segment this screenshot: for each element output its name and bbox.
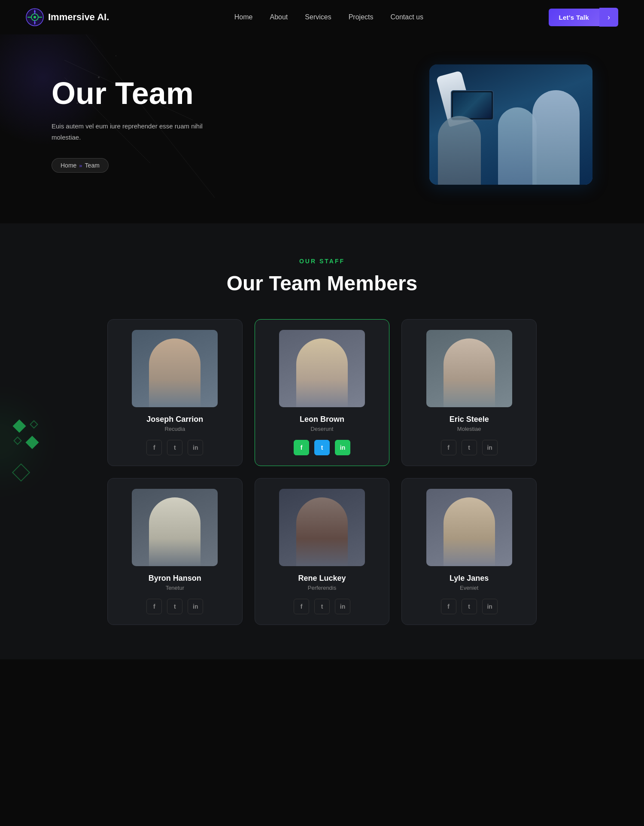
twitter-icon: t [174, 444, 176, 451]
person2-figure [498, 107, 537, 185]
nav-item-contact[interactable]: Contact us [390, 13, 423, 21]
nav-link-services[interactable]: Services [305, 13, 331, 21]
member-photo-joseph [132, 330, 218, 407]
team-card-lyle: Lyle Janes Eveniet f t in [401, 478, 537, 625]
hero-title: Our Team [52, 76, 215, 110]
social-icons-leon: f t in [294, 440, 350, 455]
team-card-leon: Leon Brown Deserunt f t in [255, 319, 390, 466]
member-role-joseph: Recudia [164, 426, 185, 432]
member-name-rene: Rene Luckey [298, 574, 346, 583]
team-card-eric: Eric Steele Molestiae f t in [401, 319, 537, 466]
facebook-icon: f [153, 444, 155, 451]
linkedin-btn-byron[interactable]: in [188, 599, 203, 614]
svg-point-8 [34, 22, 36, 24]
nav-item-projects[interactable]: Projects [349, 13, 374, 21]
svg-point-14 [115, 55, 116, 56]
twitter-btn-joseph[interactable]: t [167, 440, 182, 455]
facebook-btn-lyle[interactable]: f [441, 599, 456, 614]
linkedin-icon-lyle: in [487, 603, 492, 610]
nav-links: Home About Services Projects Contact us [234, 13, 423, 21]
social-icons-joseph: f t in [146, 440, 203, 455]
diamond-2 [30, 420, 38, 429]
social-icons-rene: f t in [294, 599, 350, 614]
photo-placeholder-lyle [426, 489, 512, 566]
twitter-btn-eric[interactable]: t [462, 440, 477, 455]
facebook-icon-lyle: f [447, 603, 450, 610]
monitor-screen [453, 92, 492, 118]
twitter-icon-rene: t [321, 603, 323, 610]
linkedin-icon-eric: in [487, 444, 492, 451]
linkedin-icon: in [193, 444, 198, 451]
cta-arrow-button[interactable]: › [599, 8, 618, 27]
member-role-lyle: Eveniet [460, 585, 478, 591]
nav-link-contact[interactable]: Contact us [390, 13, 423, 21]
member-photo-rene [279, 489, 365, 566]
photo-placeholder-eric [426, 330, 512, 407]
linkedin-btn-leon[interactable]: in [335, 440, 350, 455]
team-section: OUR STAFF Our Team Members Joseph Carrio… [0, 223, 644, 659]
twitter-icon-byron: t [174, 603, 176, 610]
team-card-joseph: Joseph Carrion Recudia f t in [107, 319, 243, 466]
facebook-btn-byron[interactable]: f [146, 599, 162, 614]
diamond-decorations [13, 420, 39, 481]
hero-content: Our Team Euis autem vel eum iure reprehe… [52, 76, 215, 173]
linkedin-btn-lyle[interactable]: in [482, 599, 498, 614]
photo-placeholder-rene [279, 489, 365, 566]
linkedin-btn-joseph[interactable]: in [188, 440, 203, 455]
facebook-btn-rene[interactable]: f [294, 599, 309, 614]
section-label: OUR STAFF [43, 258, 601, 265]
twitter-btn-leon[interactable]: t [314, 440, 330, 455]
diamond-5 [12, 463, 30, 482]
breadcrumb[interactable]: Home » Team [52, 158, 109, 173]
linkedin-icon-rene: in [340, 603, 345, 610]
team-card-rene: Rene Luckey Perferendis f t in [255, 478, 390, 625]
logo-area[interactable]: Immersive AI. [26, 8, 109, 26]
cta-button[interactable]: Let's Talk [549, 9, 599, 26]
breadcrumb-separator: » [79, 162, 82, 169]
nav-cta: Let's Talk › [549, 8, 618, 27]
member-photo-lyle [426, 489, 512, 566]
nav-link-about[interactable]: About [270, 13, 288, 21]
nav-link-home[interactable]: Home [234, 13, 253, 21]
member-role-rene: Perferendis [308, 585, 336, 591]
twitter-icon-eric: t [468, 444, 470, 451]
twitter-btn-byron[interactable]: t [167, 599, 182, 614]
member-name-leon: Leon Brown [300, 415, 344, 424]
person1-figure [532, 90, 580, 185]
hero-image-wrap [429, 64, 592, 185]
linkedin-icon-byron: in [193, 603, 198, 610]
member-photo-byron [132, 489, 218, 566]
diamond-3 [13, 436, 22, 445]
diamond-1 [12, 419, 26, 433]
linkedin-btn-rene[interactable]: in [335, 599, 350, 614]
breadcrumb-current: Team [85, 162, 100, 169]
team-card-byron: Byron Hanson Tenetur f t in [107, 478, 243, 625]
hero-section: Our Team Euis autem vel eum iure reprehe… [0, 34, 644, 223]
nav-item-services[interactable]: Services [305, 13, 331, 21]
nav-link-projects[interactable]: Projects [349, 13, 374, 21]
member-name-joseph: Joseph Carrion [146, 415, 203, 424]
person3-figure [438, 116, 481, 185]
svg-point-7 [34, 11, 36, 12]
linkedin-btn-eric[interactable]: in [482, 440, 498, 455]
nav-item-about[interactable]: About [270, 13, 288, 21]
logo-text: Immersive AI. [48, 12, 109, 23]
hero-description: Euis autem vel eum iure reprehender esse… [52, 121, 215, 143]
photo-placeholder-joseph [132, 330, 218, 407]
svg-point-6 [33, 16, 36, 18]
navbar: Immersive AI. Home About Services Projec… [0, 0, 644, 34]
nav-item-home[interactable]: Home [234, 13, 253, 21]
section-title: Our Team Members [43, 271, 601, 295]
facebook-btn-joseph[interactable]: f [146, 440, 162, 455]
social-icons-byron: f t in [146, 599, 203, 614]
diamond-4 [25, 436, 39, 449]
member-role-eric: Molestiae [457, 426, 481, 432]
twitter-btn-lyle[interactable]: t [462, 599, 477, 614]
member-name-byron: Byron Hanson [149, 574, 201, 583]
social-icons-lyle: f t in [441, 599, 498, 614]
twitter-btn-rene[interactable]: t [314, 599, 330, 614]
photo-placeholder-byron [132, 489, 218, 566]
facebook-btn-eric[interactable]: f [441, 440, 456, 455]
member-photo-leon [279, 330, 365, 407]
facebook-btn-leon[interactable]: f [294, 440, 309, 455]
